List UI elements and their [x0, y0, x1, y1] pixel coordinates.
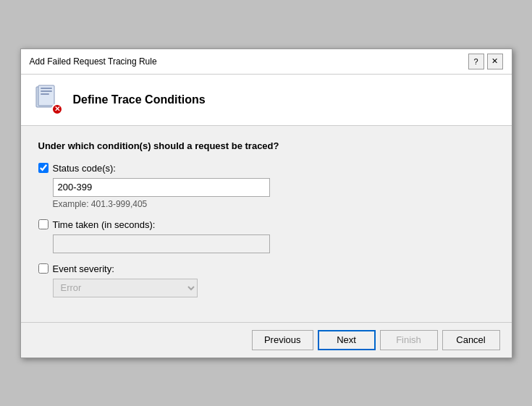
time-taken-checkbox[interactable]: [38, 219, 48, 229]
dialog-window: Add Failed Request Tracing Rule ? ✕ ✕ De…: [20, 48, 512, 358]
status-codes-checkbox-row: Status code(s):: [38, 163, 494, 174]
title-bar: Add Failed Request Tracing Rule ? ✕: [21, 49, 512, 75]
close-button[interactable]: ✕: [487, 54, 503, 69]
time-taken-label[interactable]: Time taken (in seconds):: [53, 219, 156, 230]
header-section: ✕ Define Trace Conditions: [21, 75, 512, 126]
event-severity-checkbox-row: Event severity:: [38, 263, 494, 274]
status-codes-input[interactable]: [53, 178, 270, 197]
icon-container: ✕: [33, 85, 63, 115]
title-bar-controls: ? ✕: [468, 54, 503, 69]
header-title: Define Trace Conditions: [73, 93, 206, 106]
status-codes-row: Status code(s): Example: 401.3-999,405: [38, 163, 494, 209]
finish-button[interactable]: Finish: [380, 330, 438, 350]
event-severity-row: Event severity: Error Warning Critical E…: [38, 263, 494, 297]
status-codes-checkbox[interactable]: [38, 163, 48, 173]
svg-rect-3: [41, 90, 52, 92]
status-codes-example: Example: 401.3-999,405: [53, 199, 494, 209]
time-taken-checkbox-row: Time taken (in seconds):: [38, 219, 494, 230]
event-severity-label[interactable]: Event severity:: [53, 263, 114, 274]
event-severity-dropdown-row: Error Warning Critical Error: [53, 279, 494, 297]
status-codes-label[interactable]: Status code(s):: [53, 163, 116, 174]
time-taken-input[interactable]: [53, 234, 270, 253]
help-button[interactable]: ?: [468, 54, 484, 69]
event-severity-checkbox[interactable]: [38, 263, 48, 274]
time-taken-row: Time taken (in seconds):: [38, 219, 494, 253]
dialog-title: Add Failed Request Tracing Rule: [30, 56, 157, 67]
error-badge-icon: ✕: [51, 103, 63, 115]
event-severity-select[interactable]: Error Warning Critical Error: [53, 279, 198, 297]
cancel-button[interactable]: Cancel: [442, 330, 500, 350]
next-button[interactable]: Next: [318, 330, 376, 350]
content-section: Under which condition(s) should a reques…: [21, 126, 512, 322]
footer-section: Previous Next Finish Cancel: [21, 322, 512, 358]
svg-rect-4: [41, 93, 49, 95]
svg-rect-2: [41, 88, 52, 89]
previous-button[interactable]: Previous: [252, 330, 313, 350]
question-label: Under which condition(s) should a reques…: [38, 140, 494, 151]
